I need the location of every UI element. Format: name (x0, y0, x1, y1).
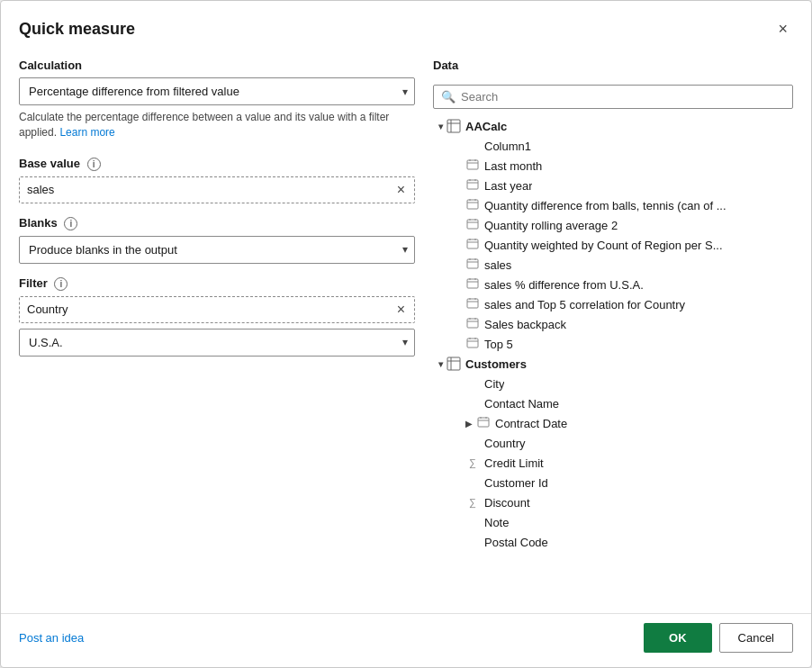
tree-item-note[interactable]: Note (433, 512, 793, 532)
group-customers[interactable]: ▾ Customers (433, 354, 793, 374)
tree-item-credit-limit[interactable]: ∑ Credit Limit (433, 453, 793, 473)
discount-label: Discount (484, 496, 530, 510)
learn-more-link[interactable]: Learn more (59, 126, 114, 139)
postal-code-label: Postal Code (484, 536, 548, 549)
tree-item-last-year[interactable]: Last year (433, 176, 793, 195)
dialog-body: Calculation Percentage difference from f… (1, 50, 811, 613)
quick-measure-dialog: Quick measure × Calculation Percentage d… (0, 0, 812, 668)
qty-diff-label: Quantity difference from balls, tennis (… (484, 199, 726, 212)
svg-rect-11 (467, 200, 478, 209)
svg-rect-43 (447, 357, 460, 370)
dialog-title: Quick measure (19, 20, 135, 39)
tree-item-sales-top5[interactable]: sales and Top 5 correlation for Country (433, 294, 793, 314)
group-aacalc[interactable]: ▾ AACalc (433, 116, 793, 136)
aacalc-expand-icon: ▾ (438, 122, 443, 131)
customers-table-icon (447, 357, 461, 371)
sales-icon (465, 257, 480, 272)
tree-item-contract-date[interactable]: ▶ Contract Date (433, 413, 793, 433)
country-icon (465, 436, 480, 450)
credit-limit-sigma-icon: ∑ (465, 456, 480, 470)
data-tree: ▾ AACalc Column1 Last month (433, 116, 793, 552)
tree-item-top5[interactable]: Top 5 (433, 334, 793, 354)
sales-backpack-icon (465, 317, 480, 331)
column1-icon (465, 139, 480, 153)
discount-sigma-icon: ∑ (465, 495, 480, 510)
tree-item-qty-rolling[interactable]: Quantity rolling average 2 (433, 215, 793, 235)
tree-item-qty-weighted[interactable]: Quantity weighted by Count of Region per… (433, 235, 793, 255)
filter-field: Country × (19, 296, 415, 323)
filter-value-select[interactable]: U.S.A. (19, 329, 415, 357)
city-label: City (484, 377, 504, 391)
sales-backpack-label: Sales backpack (484, 318, 566, 331)
close-button[interactable]: × (772, 17, 793, 41)
data-label: Data (433, 59, 793, 72)
blanks-label: Blanks i (19, 216, 415, 230)
contact-name-icon (465, 396, 480, 411)
svg-rect-35 (467, 319, 478, 328)
svg-rect-0 (447, 120, 460, 132)
base-value-label: Base value i (19, 157, 415, 171)
tree-item-column1[interactable]: Column1 (433, 136, 793, 156)
tree-item-customer-id[interactable]: Customer Id (433, 473, 793, 492)
qty-rolling-label: Quantity rolling average 2 (484, 219, 618, 232)
left-panel: Calculation Percentage difference from f… (19, 59, 415, 604)
right-panel: Data 🔍 ▾ AACalc Column1 (433, 59, 793, 604)
post-idea-link[interactable]: Post an idea (19, 631, 84, 645)
sales-pct-label: sales % difference from U.S.A. (484, 278, 644, 292)
tree-item-postal-code[interactable]: Postal Code (433, 532, 793, 552)
svg-rect-39 (467, 339, 478, 348)
svg-rect-7 (467, 180, 478, 189)
calculation-label: Calculation (19, 59, 415, 72)
qty-weighted-label: Quantity weighted by Count of Region per… (484, 239, 723, 252)
customer-id-label: Customer Id (484, 476, 548, 490)
blanks-select[interactable]: Produce blanks in the output (19, 236, 415, 264)
filter-info-icon: i (54, 277, 68, 291)
top5-icon (465, 337, 480, 351)
sales-top5-icon (465, 297, 480, 311)
calculation-select[interactable]: Percentage difference from filtered valu… (19, 77, 415, 105)
search-box: 🔍 (433, 85, 793, 109)
calculation-select-wrapper: Percentage difference from filtered valu… (19, 77, 415, 105)
svg-rect-15 (467, 220, 478, 229)
last-month-icon (465, 158, 480, 173)
search-icon: 🔍 (441, 90, 456, 104)
search-input[interactable] (461, 90, 785, 104)
note-icon (465, 515, 480, 529)
qty-rolling-icon (465, 218, 480, 232)
svg-rect-31 (467, 299, 478, 308)
calculation-description: Calculate the percentage difference betw… (19, 110, 415, 140)
note-label: Note (484, 516, 509, 529)
tree-item-sales-pct[interactable]: sales % difference from U.S.A. (433, 275, 793, 294)
cancel-button[interactable]: Cancel (719, 623, 793, 653)
blanks-select-wrapper: Produce blanks in the output ▾ (19, 236, 415, 264)
country-label: Country (484, 437, 526, 450)
city-icon (465, 376, 480, 391)
contract-date-label: Contract Date (495, 417, 567, 430)
filter-label: Filter i (19, 276, 415, 291)
blanks-info-icon: i (64, 217, 77, 230)
postal-code-icon (465, 535, 480, 549)
tree-item-contact-name[interactable]: Contact Name (433, 393, 793, 413)
customers-label: Customers (465, 357, 527, 371)
sales-top5-label: sales and Top 5 correlation for Country (484, 298, 685, 311)
filter-value-text: Country (27, 302, 395, 316)
base-value-clear-button[interactable]: × (395, 183, 407, 197)
tree-item-sales-backpack[interactable]: Sales backpack (433, 314, 793, 334)
contract-date-expand-icon: ▶ (465, 419, 473, 429)
tree-item-sales[interactable]: sales (433, 255, 793, 275)
base-value-info-icon: i (87, 158, 101, 171)
svg-rect-23 (467, 259, 478, 268)
filter-clear-button[interactable]: × (395, 302, 407, 317)
qty-weighted-icon (465, 238, 480, 252)
tree-item-qty-diff[interactable]: Quantity difference from balls, tennis (… (433, 195, 793, 215)
qty-diff-icon (465, 198, 480, 212)
svg-rect-46 (478, 418, 489, 427)
tree-item-city[interactable]: City (433, 374, 793, 393)
tree-item-discount[interactable]: ∑ Discount (433, 492, 793, 512)
ok-button[interactable]: OK (644, 623, 712, 653)
tree-item-country[interactable]: Country (433, 433, 793, 453)
tree-item-last-month[interactable]: Last month (433, 156, 793, 176)
last-year-label: Last year (484, 179, 532, 193)
base-value-text: sales (27, 183, 395, 196)
contact-name-label: Contact Name (484, 397, 559, 411)
